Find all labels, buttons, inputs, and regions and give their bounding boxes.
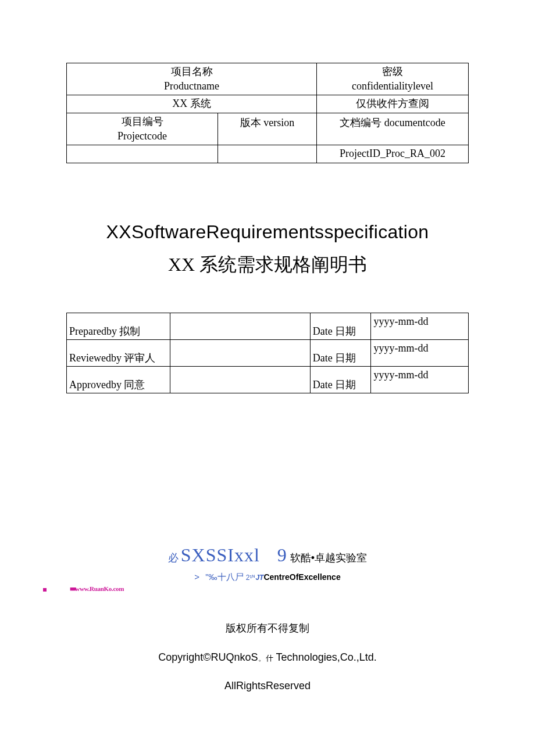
logo-gt: > xyxy=(194,572,199,582)
project-name-header: 项目名称 Productname xyxy=(67,63,317,95)
project-info-table: 项目名称 Productname 密级 confidentialitylevel… xyxy=(66,63,469,163)
prepared-by-label: Preparedby 拟制 xyxy=(67,313,170,340)
copyright-en-a: Copyright©RUQnkoS xyxy=(158,651,258,663)
logo-lab: 软酷•卓越实验室 xyxy=(290,552,367,564)
logo-nine: 9 xyxy=(277,544,287,565)
reviewed-date-label: Date 日期 xyxy=(310,340,371,367)
logo-line-2: > "‰十八尸 2¹ᴺJTCentreOfExcellence xyxy=(66,572,469,583)
logo-jt: JT xyxy=(255,574,263,582)
document-titles: XXSoftwareRequirementsspecification XX 系… xyxy=(66,221,469,278)
confidentiality-header: 密级 confidentialitylevel xyxy=(317,63,469,95)
project-name-en: Productname xyxy=(70,79,313,94)
project-code-en: Projectcode xyxy=(70,129,214,144)
logo-line-1: 必SXSSIxxl9软酷•卓越实验室 xyxy=(66,544,469,566)
approved-date-label: Date 日期 xyxy=(310,367,371,393)
version-value xyxy=(218,145,317,163)
version-header: 版本 version xyxy=(218,113,317,145)
title-english: XXSoftwareRequirementsspecification xyxy=(66,221,469,243)
approved-by-value xyxy=(170,367,310,393)
table-row: Reviewedby 评审人 Date 日期 yyyy-mm-dd xyxy=(67,340,469,367)
project-name-value: XX 系统 xyxy=(67,95,317,113)
logo-url: www.RuanKo.com xyxy=(75,585,124,592)
project-code-zh: 项目编号 xyxy=(70,114,214,129)
logo-sx: SXSSIxxl xyxy=(181,544,260,565)
logo-bi: 必 xyxy=(168,552,179,564)
reviewed-by-value xyxy=(170,340,310,367)
copyright-en: Copyright©RUQnkoS。什 Technologies,Co.,Ltd… xyxy=(66,651,469,664)
logo-fragment: "‰十八尸 xyxy=(205,572,243,582)
project-code-value xyxy=(67,145,218,163)
logo-line-3: ■■www.RuanKo.com xyxy=(43,585,469,592)
copyright-zh: 版权所有不得复制 xyxy=(66,621,469,635)
table-row: Preparedby 拟制 Date 日期 yyyy-mm-dd xyxy=(67,313,469,340)
signoff-table: Preparedby 拟制 Date 日期 yyyy-mm-dd Reviewe… xyxy=(66,313,469,393)
logo-block: 必SXSSIxxl9软酷•卓越实验室 > "‰十八尸 2¹ᴺJTCentreOf… xyxy=(66,544,469,592)
logo-dots: ■■ xyxy=(70,585,75,592)
logo-centre: CentreOfExcellence xyxy=(263,572,340,582)
confidentiality-en: confidentialitylevel xyxy=(320,79,465,94)
copyright-en-small: 。什 xyxy=(258,654,273,662)
project-name-zh: 项目名称 xyxy=(70,65,313,79)
copyright-en-b: Technologies,Co.,Ltd. xyxy=(276,651,377,663)
project-code-header: 项目编号 Projectcode xyxy=(67,113,218,145)
table-row: Approvedby 同意 Date 日期 yyyy-mm-dd xyxy=(67,367,469,393)
confidentiality-value: 仅供收件方查阅 xyxy=(317,95,469,113)
document-code-header: 文档编号 documentcode xyxy=(317,113,469,145)
prepared-by-value xyxy=(170,313,310,340)
all-rights-reserved: AllRightsReserved xyxy=(66,680,469,692)
prepared-date-value: yyyy-mm-dd xyxy=(371,313,469,340)
confidentiality-zh: 密级 xyxy=(320,65,465,79)
approved-by-label: Approvedby 同意 xyxy=(67,367,170,393)
footer-block: 版权所有不得复制 Copyright©RUQnkoS。什 Technologie… xyxy=(66,621,469,692)
title-chinese: XX 系统需求规格阐明书 xyxy=(66,252,469,278)
approved-date-value: yyyy-mm-dd xyxy=(371,367,469,393)
bullet-icon xyxy=(43,588,47,592)
reviewed-by-label: Reviewedby 评审人 xyxy=(67,340,170,367)
reviewed-date-value: yyyy-mm-dd xyxy=(371,340,469,367)
logo-sup: 2¹ᴺ xyxy=(246,574,256,582)
prepared-date-label: Date 日期 xyxy=(310,313,371,340)
document-code-value: ProjectID_Proc_RA_002 xyxy=(317,145,469,163)
